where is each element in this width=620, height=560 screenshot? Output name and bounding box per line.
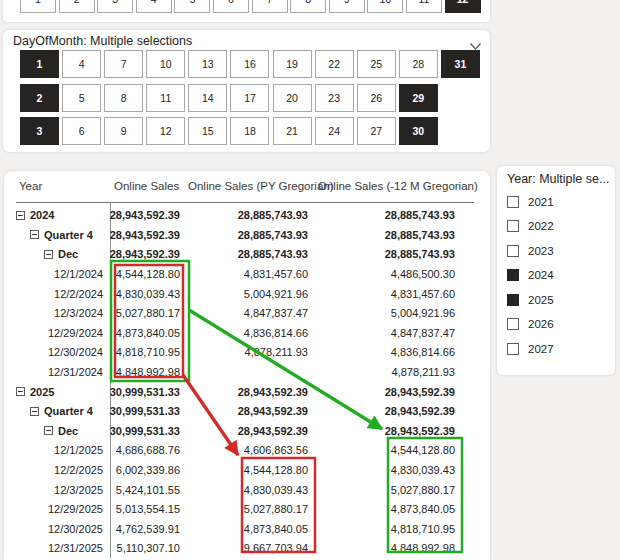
- day-button-29[interactable]: 29: [399, 84, 438, 112]
- year-option-2023[interactable]: 2023: [507, 244, 554, 257]
- day-button-15[interactable]: 15: [188, 117, 227, 145]
- cell-online-sales[interactable]: 4,762,539.91: [104, 519, 180, 539]
- month-button-4[interactable]: 4: [136, 0, 172, 13]
- cell-minus-12m[interactable]: 4,878,211.93: [304, 362, 455, 382]
- day-button-6[interactable]: 6: [62, 117, 101, 145]
- day-button-17[interactable]: 17: [230, 84, 269, 112]
- day-button-28[interactable]: 28: [399, 50, 438, 78]
- year-option-2021[interactable]: 2021: [507, 195, 554, 208]
- day-button-12[interactable]: 12: [146, 117, 185, 145]
- cell-online-sales[interactable]: 4,686,688.76: [104, 441, 180, 461]
- cell-online-sales[interactable]: 5,110,307.10: [104, 539, 180, 559]
- cell-py-gregorian[interactable]: 28,885,743.93: [184, 225, 308, 245]
- collapse-icon[interactable]: [44, 250, 53, 259]
- checkbox-unchecked[interactable]: [507, 245, 519, 257]
- day-button-14[interactable]: 14: [188, 84, 227, 112]
- year-option-2022[interactable]: 2022: [507, 220, 554, 233]
- cell-online-sales[interactable]: 30,999,531.33: [104, 401, 180, 421]
- cell-minus-12m[interactable]: 5,004,921.96: [304, 303, 455, 323]
- column-header-online-sales-py[interactable]: Online Sales (PY Gregorian): [188, 180, 334, 192]
- cell-minus-12m[interactable]: 5,027,880.17: [304, 480, 455, 500]
- day-button-24[interactable]: 24: [315, 117, 354, 145]
- day-button-13[interactable]: 13: [188, 50, 227, 78]
- cell-online-sales[interactable]: 4,818,710.95: [104, 343, 180, 363]
- column-header-year[interactable]: Year: [19, 180, 42, 192]
- year-option-2025[interactable]: 2025: [507, 293, 554, 306]
- row-label[interactable]: 12/3/2024: [12, 303, 103, 323]
- month-button-8[interactable]: 8: [290, 0, 326, 13]
- cell-minus-12m[interactable]: 28,885,743.93: [304, 245, 455, 265]
- row-label[interactable]: 12/1/2024: [12, 264, 103, 284]
- month-button-1[interactable]: 1: [20, 0, 56, 13]
- cell-py-gregorian[interactable]: 9,667,703.94: [184, 539, 308, 559]
- cell-minus-12m[interactable]: 4,836,814.66: [304, 343, 455, 363]
- day-button-22[interactable]: 22: [315, 50, 354, 78]
- checkbox-unchecked[interactable]: [507, 343, 519, 355]
- collapse-icon[interactable]: [30, 230, 39, 239]
- cell-py-gregorian[interactable]: 4,878,211.93: [184, 343, 308, 363]
- chevron-down-icon[interactable]: [469, 37, 482, 46]
- cell-minus-12m[interactable]: 4,486,500.30: [304, 264, 455, 284]
- month-button-12[interactable]: 12: [445, 0, 481, 13]
- cell-online-sales[interactable]: 28,943,592.39: [104, 245, 180, 265]
- cell-online-sales[interactable]: 5,027,880.17: [104, 303, 180, 323]
- day-button-25[interactable]: 25: [357, 50, 396, 78]
- cell-online-sales[interactable]: 5,013,554.15: [104, 499, 180, 519]
- checkbox-checked[interactable]: [507, 294, 519, 306]
- row-label[interactable]: 2025: [12, 382, 107, 402]
- cell-minus-12m[interactable]: 28,943,592.39: [304, 401, 455, 421]
- cell-online-sales[interactable]: 4,848,992.98: [104, 362, 180, 382]
- collapse-icon[interactable]: [30, 407, 39, 416]
- row-label[interactable]: 12/30/2024: [12, 343, 103, 363]
- day-button-4[interactable]: 4: [62, 50, 101, 78]
- cell-py-gregorian[interactable]: 4,873,840.05: [184, 519, 308, 539]
- cell-minus-12m[interactable]: 4,873,840.05: [304, 499, 455, 519]
- row-label[interactable]: 12/29/2025: [12, 499, 103, 519]
- cell-minus-12m[interactable]: 28,943,592.39: [304, 421, 455, 441]
- checkbox-unchecked[interactable]: [507, 220, 519, 232]
- cell-py-gregorian[interactable]: 28,943,592.39: [184, 382, 308, 402]
- collapse-icon[interactable]: [16, 387, 25, 396]
- row-label[interactable]: 12/30/2025: [12, 519, 103, 539]
- year-option-2027[interactable]: 2027: [507, 343, 554, 356]
- month-button-11[interactable]: 11: [406, 0, 442, 13]
- row-label[interactable]: 12/3/2025: [12, 480, 103, 500]
- row-label[interactable]: 12/2/2024: [12, 284, 103, 304]
- checkbox-checked[interactable]: [507, 269, 519, 281]
- day-button-7[interactable]: 7: [104, 50, 143, 78]
- day-button-18[interactable]: 18: [230, 117, 269, 145]
- cell-py-gregorian[interactable]: 28,943,592.39: [184, 421, 308, 441]
- row-label[interactable]: 12/1/2025: [12, 441, 103, 461]
- month-button-2[interactable]: 2: [59, 0, 95, 13]
- row-label[interactable]: 2024: [12, 206, 107, 226]
- collapse-icon[interactable]: [44, 426, 53, 435]
- cell-py-gregorian[interactable]: 28,943,592.39: [184, 401, 308, 421]
- cell-online-sales[interactable]: 4,544,128.80: [104, 264, 180, 284]
- row-label[interactable]: 12/2/2025: [12, 460, 103, 480]
- day-button-8[interactable]: 8: [104, 84, 143, 112]
- column-header-online-sales-12m[interactable]: Online Sales (-12 M Gregorian): [318, 180, 478, 192]
- checkbox-unchecked[interactable]: [507, 318, 519, 330]
- cell-py-gregorian[interactable]: 4,836,814.66: [184, 323, 308, 343]
- cell-py-gregorian[interactable]: 5,027,880.17: [184, 499, 308, 519]
- year-option-2026[interactable]: 2026: [507, 318, 554, 331]
- cell-py-gregorian[interactable]: 28,885,743.93: [184, 245, 308, 265]
- cell-py-gregorian[interactable]: 4,831,457.60: [184, 264, 308, 284]
- day-button-2[interactable]: 2: [20, 84, 59, 112]
- day-button-27[interactable]: 27: [357, 117, 396, 145]
- cell-minus-12m[interactable]: 4,831,457.60: [304, 284, 455, 304]
- cell-minus-12m[interactable]: 4,818,710.95: [304, 519, 455, 539]
- month-button-6[interactable]: 6: [213, 0, 249, 13]
- cell-online-sales[interactable]: 30,999,531.33: [104, 382, 180, 402]
- day-button-23[interactable]: 23: [315, 84, 354, 112]
- cell-minus-12m[interactable]: 28,943,592.39: [304, 382, 455, 402]
- day-button-21[interactable]: 21: [273, 117, 312, 145]
- cell-py-gregorian[interactable]: 4,847,837.47: [184, 303, 308, 323]
- month-button-3[interactable]: 3: [97, 0, 133, 13]
- cell-online-sales[interactable]: 28,943,592.39: [104, 225, 180, 245]
- cell-py-gregorian[interactable]: 5,004,921.96: [184, 284, 308, 304]
- cell-online-sales[interactable]: 28,943,592.39: [104, 206, 180, 226]
- month-button-5[interactable]: 5: [174, 0, 210, 13]
- cell-minus-12m[interactable]: 4,848,992.98: [304, 539, 455, 559]
- month-button-9[interactable]: 9: [329, 0, 365, 13]
